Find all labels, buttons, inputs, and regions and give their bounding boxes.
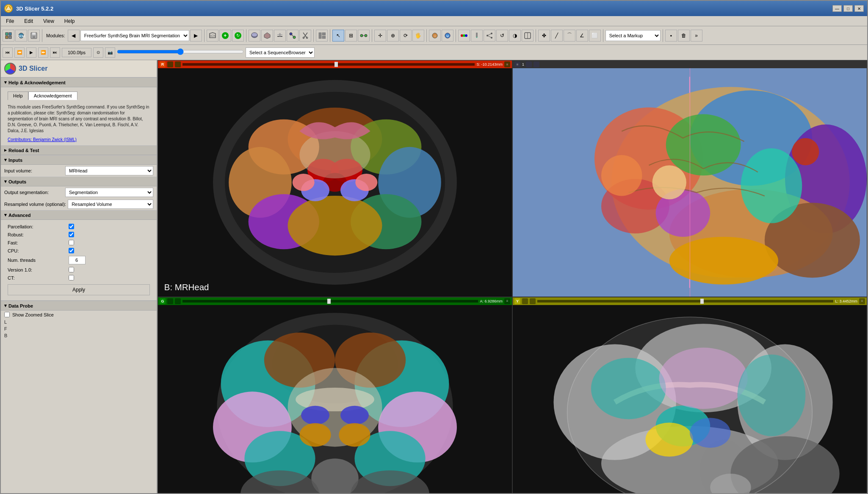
rotate-button[interactable]: ⟳ xyxy=(400,30,412,42)
help-ack-header[interactable]: ▾ Help & Acknowledgement xyxy=(1,78,157,87)
markup-line-btn[interactable]: ╱ xyxy=(551,30,563,42)
load-scene-button[interactable]: SCN xyxy=(207,30,218,42)
crosshair-button[interactable]: ✛ xyxy=(374,30,386,42)
coronal-chain-btn[interactable] xyxy=(175,298,181,304)
axial-chain-btn[interactable] xyxy=(175,61,181,67)
pan-button[interactable]: 🖐 xyxy=(412,30,424,42)
seq-slider[interactable] xyxy=(117,48,244,55)
sequence-browser-dropdown[interactable]: Select a SequenceBrowser xyxy=(246,47,315,58)
help-ack-content: Help Acknowledgement This module uses Fr… xyxy=(1,87,157,145)
zoom-button[interactable]: ⊕ xyxy=(387,30,399,42)
more-button[interactable]: » xyxy=(691,30,702,42)
module-dropdown[interactable]: FreeSurfer SynthSeg Brain MRI Segmentati… xyxy=(80,30,189,41)
data-probe-header[interactable]: ▾ Data Probe xyxy=(1,301,157,311)
robust-checkbox[interactable] xyxy=(69,232,74,237)
parcellation-checkbox[interactable] xyxy=(69,224,74,229)
ext-tools-button1[interactable]: ☆ xyxy=(429,30,441,42)
seg-tool2-btn[interactable] xyxy=(522,30,534,42)
seq-screenshot-btn[interactable]: 📷 xyxy=(105,47,115,58)
num-threads-input[interactable] xyxy=(69,256,86,264)
window-level-button[interactable]: ⊞ xyxy=(345,30,357,42)
seg-red-button[interactable] xyxy=(458,30,470,42)
save-button[interactable] xyxy=(28,30,40,42)
dcm-button[interactable]: DCM xyxy=(15,30,27,42)
markup-action1-btn[interactable]: ▪ xyxy=(665,30,677,42)
share-button[interactable] xyxy=(484,30,495,42)
model-button[interactable] xyxy=(261,30,273,42)
measure-button[interactable] xyxy=(358,30,370,42)
annotate-button[interactable] xyxy=(274,30,286,42)
sagittal-settings-btn[interactable]: ≡ xyxy=(859,298,865,304)
module-fwd-button[interactable]: ▶ xyxy=(190,30,202,42)
menu-help[interactable]: Help xyxy=(61,17,78,25)
markup-roi-btn[interactable]: ⬜ xyxy=(589,30,601,42)
markup-curve-btn[interactable]: ⌒ xyxy=(564,30,575,42)
reload-header[interactable]: ▸ Reload & Test xyxy=(1,145,157,155)
fps-input[interactable] xyxy=(62,48,91,57)
scissors-button[interactable] xyxy=(299,30,311,42)
minimize-button[interactable]: — xyxy=(832,5,842,12)
input-volume-dropdown[interactable]: MRHead xyxy=(65,166,153,175)
sagittal-chain-btn[interactable] xyxy=(530,298,536,304)
coronal-slider-thumb[interactable] xyxy=(327,299,331,304)
sagittal-slider-thumb[interactable] xyxy=(700,299,704,304)
menu-edit[interactable]: Edit xyxy=(21,17,36,25)
markup-angle-btn[interactable]: ∠ xyxy=(576,30,588,42)
reload-btn[interactable]: ↺ xyxy=(496,30,508,42)
robust-label: Robust: xyxy=(8,232,67,237)
cpu-checkbox[interactable] xyxy=(69,248,74,253)
menu-view[interactable]: View xyxy=(40,17,58,25)
ct-checkbox[interactable] xyxy=(69,275,74,280)
apply-button[interactable]: Apply xyxy=(8,284,150,295)
menu-file[interactable]: File xyxy=(3,17,17,25)
data-button[interactable] xyxy=(3,30,14,42)
axial-settings-btn[interactable]: ≡ xyxy=(504,61,510,67)
close-button[interactable]: ✕ xyxy=(854,5,864,12)
seq-next-btn[interactable]: ⏭ xyxy=(50,47,60,58)
axial-slider-thumb[interactable] xyxy=(334,62,338,67)
markup-dropdown[interactable]: Select a Markup xyxy=(605,30,661,41)
refresh-button[interactable]: ↻ xyxy=(232,30,244,42)
pointer-button[interactable]: ↖ xyxy=(332,30,344,42)
sagittal-pin-btn[interactable]: Y xyxy=(514,298,520,304)
outputs-header[interactable]: ▾ Outputs xyxy=(1,177,157,186)
contributors-link[interactable]: Contributors: Benjamin Zwick (ISML) xyxy=(4,136,153,143)
acknowledgement-tab[interactable]: Acknowledgement xyxy=(28,92,77,100)
show-zoomed-checkbox[interactable] xyxy=(4,312,10,317)
markup-point-btn[interactable]: ✤ xyxy=(538,30,550,42)
threed-eye-btn[interactable] xyxy=(526,61,532,67)
input-volume-row: Input volume: MRHead xyxy=(1,165,157,177)
resampled-vol-dropdown[interactable]: Resampled Volume xyxy=(68,200,153,209)
left-panel: 3D Slicer ▾ Help & Acknowledgement Help … xyxy=(1,60,158,493)
threed-settings-btn[interactable]: ≡ xyxy=(514,61,520,67)
transform-button[interactable] xyxy=(287,30,299,42)
coronal-settings-btn[interactable]: ≡ xyxy=(504,298,510,304)
output-seg-dropdown[interactable]: Segmentation xyxy=(65,188,153,197)
vol-button[interactable] xyxy=(249,30,260,42)
inputs-header[interactable]: ▾ Inputs xyxy=(1,155,157,165)
advanced-header[interactable]: ▾ Advanced xyxy=(1,210,157,220)
add-data-button[interactable]: + xyxy=(219,30,231,42)
axial-eye-btn[interactable] xyxy=(167,61,173,67)
ext-tools-button2[interactable]: Ψ xyxy=(442,30,453,42)
maximize-button[interactable]: □ xyxy=(843,5,853,12)
coronal-pin-btn[interactable]: G xyxy=(160,298,166,304)
version-checkbox[interactable] xyxy=(69,267,74,272)
coronal-eye-btn[interactable] xyxy=(167,298,173,304)
sagittal-eye-btn[interactable] xyxy=(522,298,528,304)
seq-play-loop-btn[interactable]: ⏩ xyxy=(38,47,48,58)
fast-checkbox[interactable] xyxy=(69,240,74,245)
seq-first-btn[interactable]: ⏮ xyxy=(3,47,13,58)
seg-brush-button[interactable] xyxy=(471,30,483,42)
markup-action2-btn[interactable]: 🗑 xyxy=(678,30,690,42)
dark-mode-btn[interactable]: ◑ xyxy=(509,30,521,42)
module-back-button[interactable]: ◀ xyxy=(68,30,80,42)
seq-play-btn[interactable]: ▶ xyxy=(26,47,36,58)
seq-prev-btn[interactable]: ⏪ xyxy=(14,47,25,58)
threed-link-btn[interactable] xyxy=(534,61,539,67)
cpu-row: CPU: xyxy=(4,247,153,255)
layout-button[interactable] xyxy=(316,30,328,42)
seq-record-btn[interactable]: ⊙ xyxy=(93,47,103,58)
axial-pin-btn[interactable]: R xyxy=(160,61,166,67)
help-tab[interactable]: Help xyxy=(8,92,28,100)
